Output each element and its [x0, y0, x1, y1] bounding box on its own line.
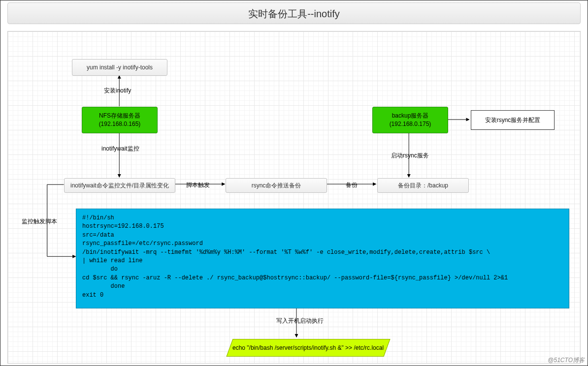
node-yum-install: yum install -y inotify-tools: [72, 59, 167, 76]
node-install-rsync-text: 安装rsync服务并配置: [485, 116, 541, 124]
watermark: @51CTO博客: [548, 356, 585, 365]
node-backup-line2: (192.168.0.175): [390, 120, 431, 128]
node-rc-local: echo "/bin/bash /server/scripts/inotify.…: [226, 339, 390, 357]
label-install-inotify: 安装inotify: [104, 87, 131, 95]
diagram-title: 实时备份工具--inotify: [7, 2, 581, 24]
label-start-rsync: 启动rsync服务: [391, 152, 429, 160]
label-inotifywait-watch: inotifywait监控: [101, 145, 139, 153]
node-inotifywait-monitor: inotifywait命令监控文件/目录属性变化: [64, 178, 175, 193]
node-rsync-push: rsync命令推送备份: [226, 178, 327, 193]
node-rsync-push-text: rsync命令推送备份: [252, 182, 301, 190]
node-inotifywait-monitor-text: inotifywait命令监控文件/目录属性变化: [70, 182, 169, 190]
node-nfs-line2: (192.168.0.165): [99, 120, 141, 128]
node-nfs-line1: NFS存储服务器: [99, 112, 140, 120]
node-backup-server: backup服务器 (192.168.0.175): [372, 107, 448, 133]
node-nfs-server: NFS存储服务器 (192.168.0.165): [82, 107, 158, 133]
node-backup-line1: backup服务器: [392, 112, 429, 120]
node-yum-install-text: yum install -y inotify-tools: [87, 63, 153, 72]
node-rc-local-text: echo "/bin/bash /server/scripts/inotify.…: [232, 344, 384, 351]
node-script-box: #!/bin/sh hostrsync=192.168.0.175 src=/d…: [76, 209, 569, 308]
diagram-grid: yum install -y inotify-tools NFS存储服务器 (1…: [7, 31, 581, 364]
node-backup-dir: 备份目录：/backup: [377, 178, 469, 193]
label-monitor-trigger-script: 监控触发脚本: [22, 217, 57, 226]
label-script-trigger: 脚本触发: [186, 181, 210, 189]
node-install-rsync: 安装rsync服务并配置: [471, 110, 555, 130]
label-backup: 备份: [346, 181, 358, 189]
label-write-boot: 写入开机启动执行: [276, 317, 324, 325]
diagram-canvas: 实时备份工具--inotify: [0, 0, 588, 366]
node-backup-dir-text: 备份目录：/backup: [398, 182, 448, 190]
